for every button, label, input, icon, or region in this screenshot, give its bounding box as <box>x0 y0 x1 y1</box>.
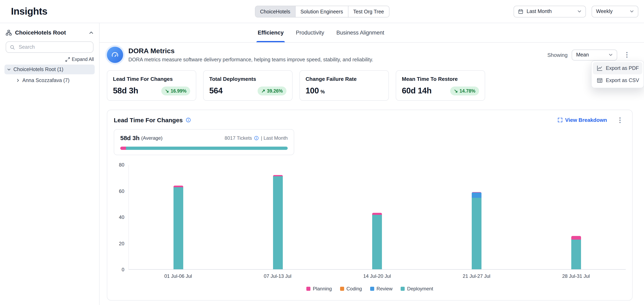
metric-title: Change Failure Rate <box>306 76 383 82</box>
org-tree: ChoiceHotels Root (1) Anna Scozzafava (7… <box>0 65 99 85</box>
org-tab-test-org-tree[interactable]: Test Org Tree <box>348 6 389 17</box>
tab-productivity[interactable]: Productivity <box>296 23 324 42</box>
stacked-bar[interactable] <box>472 192 482 270</box>
granularity-value: Weekly <box>596 8 626 14</box>
lead-time-section-header: Lead Time For Changes <box>114 117 626 123</box>
legend-label: Review <box>376 286 392 292</box>
legend-item-planning[interactable]: Planning <box>306 286 332 292</box>
x-tick-label: 21 Jul-27 Jul <box>427 273 526 279</box>
dora-metric-cards: Lead Time For Changes 58d 3h ↘ 16.99% To… <box>107 70 632 101</box>
insights-app: Insights ChoiceHotels Solution Engineers… <box>0 0 644 305</box>
tab-efficiency[interactable]: Efficiency <box>258 23 284 42</box>
export-pdf-label: Export as PDF <box>606 65 639 71</box>
metric-value: 60d 14h <box>402 86 432 95</box>
app-title: Insights <box>11 6 47 17</box>
metric-title: Mean Time To Restore <box>402 76 479 82</box>
trend-delta: 39.26% <box>267 88 283 93</box>
chart-plot <box>128 165 626 270</box>
bar-segment-planning[interactable] <box>571 236 581 240</box>
org-tab-choicehotels[interactable]: ChoiceHotels <box>255 6 296 17</box>
search-input[interactable] <box>18 44 90 50</box>
lead-time-section: Lead Time For Changes <box>107 110 632 301</box>
metric-card-mean-time-to-restore[interactable]: Mean Time To Restore 60d 14h ↘ 14.78% <box>396 70 485 101</box>
bar-segment-deployment[interactable] <box>174 187 184 269</box>
bar-segment-deployment[interactable] <box>273 176 283 269</box>
expand-all-button[interactable]: Expand All <box>5 57 94 62</box>
granularity-select[interactable]: Weekly <box>592 5 638 17</box>
app-header: Insights ChoiceHotels Solution Engineers… <box>0 0 644 23</box>
x-tick-label: 14 Jul-20 Jul <box>327 273 427 279</box>
export-pdf-menu-item[interactable]: Export as PDF <box>593 62 642 74</box>
metric-value: 58d 3h <box>113 86 138 95</box>
trend-up-arrow-icon: ↗ <box>261 88 265 93</box>
export-csv-menu-item[interactable]: Export as CSV <box>593 74 642 86</box>
legend-label: Coding <box>346 286 362 292</box>
lead-time-bar-chart: 020406080 <box>114 165 626 270</box>
chart-x-axis: 01 Jul-06 Jul07 Jul-13 Jul14 Jul-20 Jul2… <box>128 273 626 279</box>
sidebar-root-label: ChoiceHotels Root <box>15 29 86 36</box>
aggregation-select[interactable]: Mean <box>572 49 617 60</box>
bar-segment-deployment[interactable] <box>372 215 382 269</box>
section-kebab-menu-icon[interactable]: ⋮ <box>614 117 626 123</box>
chart-slot <box>427 165 526 269</box>
metric-value: 564 <box>209 86 223 95</box>
stacked-bar[interactable] <box>372 213 382 269</box>
legend-item-deployment[interactable]: Deployment <box>400 286 433 292</box>
bar-segment-planning[interactable] <box>174 185 184 187</box>
metric-card-change-failure-rate[interactable]: Change Failure Rate 100 % <box>300 70 389 101</box>
lead-time-summary-card: 58d 3h (Average) 8017 Tickets <box>114 129 294 155</box>
stacked-bar[interactable] <box>174 185 184 269</box>
metric-card-total-deployments[interactable]: Total Deployments 564 ↗ 39.26% <box>203 70 292 101</box>
chart-slot <box>129 165 228 269</box>
showing-label: Showing <box>547 52 568 58</box>
tab-business-alignment[interactable]: Business Alignment <box>336 23 384 42</box>
info-icon[interactable] <box>254 135 259 140</box>
date-range-select[interactable]: Last Month <box>514 5 586 17</box>
y-tick-label: 80 <box>119 162 124 168</box>
summary-period: | Last Month <box>261 135 288 141</box>
legend-item-coding[interactable]: Coding <box>340 286 362 292</box>
dora-kebab-menu-icon[interactable]: ⋮ <box>621 51 632 58</box>
view-breakdown-button[interactable]: View Breakdown <box>558 117 607 123</box>
aggregation-value: Mean <box>576 52 606 58</box>
legend-swatch <box>400 287 405 291</box>
collapse-sidebar-chevron-up-icon[interactable] <box>89 30 94 35</box>
y-tick-label: 20 <box>119 241 124 246</box>
tree-item-choicehotels-root[interactable]: ChoiceHotels Root (1) <box>4 65 95 74</box>
metric-unit: % <box>320 89 325 95</box>
table-icon <box>597 78 602 83</box>
tree-item-label: Anna Scozzafava (7) <box>22 78 70 83</box>
export-dropdown-menu: Export as PDF Export as CSV <box>591 60 644 88</box>
tree-item-anna-scozzafava[interactable]: Anna Scozzafava (7) <box>14 75 95 85</box>
chevron-down-icon <box>630 9 634 13</box>
bar-segment-planning[interactable] <box>372 213 382 215</box>
x-tick-label: 01 Jul-06 Jul <box>128 273 228 279</box>
sidebar-search-box <box>6 41 94 53</box>
export-csv-label: Export as CSV <box>606 78 639 83</box>
metric-card-lead-time[interactable]: Lead Time For Changes 58d 3h ↘ 16.99% <box>107 70 196 101</box>
progress-segment-deployment <box>126 147 288 150</box>
metric-title: Lead Time For Changes <box>113 76 190 82</box>
org-tab-solution-engineers[interactable]: Solution Engineers <box>296 6 348 17</box>
header-controls: Last Month Weekly <box>514 5 638 17</box>
legend-item-review[interactable]: Review <box>370 286 392 292</box>
sidebar-header: ChoiceHotels Root <box>0 23 99 41</box>
legend-label: Planning <box>313 286 332 292</box>
date-range-value: Last Month <box>526 8 574 14</box>
section-actions: View Breakdown ⋮ <box>558 117 626 123</box>
legend-swatch <box>306 287 310 291</box>
stacked-bar[interactable] <box>571 236 581 269</box>
chevron-right-icon[interactable] <box>16 78 20 82</box>
dora-subtitle: DORA metrics measure software delivery p… <box>128 57 373 62</box>
page-body: ChoiceHotels Root Expand All <box>0 23 644 305</box>
info-icon[interactable] <box>186 117 191 123</box>
bar-segment-review[interactable] <box>472 193 482 198</box>
bar-segment-deployment[interactable] <box>571 240 581 269</box>
chevron-down-icon[interactable] <box>7 67 11 71</box>
line-chart-icon <box>597 65 602 71</box>
stacked-bar[interactable] <box>273 175 283 269</box>
chart-y-axis: 020406080 <box>114 165 128 270</box>
bar-segment-deployment[interactable] <box>472 198 482 270</box>
legend-label: Deployment <box>407 286 433 292</box>
progress-segment-planning <box>120 147 126 150</box>
